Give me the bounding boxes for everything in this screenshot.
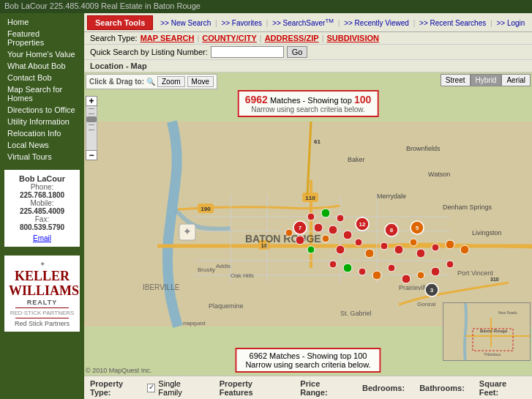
svg-rect-0 [84,122,532,327]
contact-name: Bob LaCour [9,174,75,183]
svg-text:Brownfields: Brownfields [406,145,441,152]
zoom-in-button[interactable]: + [86,96,97,106]
kw-tagline: Red Stick Partners [9,320,75,327]
hybrid-view-button[interactable]: Hybrid [471,74,502,86]
quick-search-label: Quick Search by Listing Number: [90,48,208,56]
tab-subdivision[interactable]: SUBDIVISION [327,34,380,42]
minimap-inner: Baton Rouge New Roads Thibodaux [443,303,530,360]
svg-text:IBERVILLE: IBERVILLE [143,283,180,291]
svg-point-51 [410,239,417,246]
contact-fax-label: Fax: [9,215,75,223]
property-features-label: Property Features [220,379,286,397]
search-type-label: Search Type: [90,34,138,42]
toolbar: Search Tools >> New Search | >> Favorite… [84,13,532,32]
svg-text:Denham Springs: Denham Springs [443,204,492,211]
go-button[interactable]: Go [287,46,308,58]
map-container[interactable]: 190 110 10 61 310 [84,72,532,376]
zoom-slider [86,106,97,150]
listing-number-input[interactable] [211,46,284,58]
contact-email-link[interactable]: Email [33,234,51,242]
svg-text:Gonzal: Gonzal [417,301,436,307]
svg-point-63 [446,261,454,268]
narrow-label-bottom: Narrow using search criteria below. [245,360,370,369]
contact-fax: 800.539.5790 [9,223,75,231]
contact-mobile: 225.485.4009 [9,207,75,215]
svg-point-57 [359,268,366,275]
narrow-label-top: Narrow using search criteria below. [245,105,372,113]
sidebar-item-about-bob[interactable]: What About Bob [0,60,84,72]
sidebar-item-utility[interactable]: Utility Information [0,116,84,127]
svg-text:310: 310 [490,277,499,282]
match-count-bottom: 6962 [250,351,267,360]
matches-label-bottom: Matches - Showing top [269,351,351,360]
sidebar-item-local-news[interactable]: Local News [0,139,84,151]
svg-text:Oak Hills: Oak Hills [231,272,254,279]
map-toolbar: Click & Drag to: 🔍 Zoom Move [86,74,217,89]
quick-search-bar: Quick Search by Listing Number: Go [84,45,532,60]
search-type-bar: Search Type: MAP SEARCH | COUNTY/CITY | … [84,32,532,45]
map-view-buttons: Street Hybrid Aerial [441,74,531,86]
sidebar-item-contact-bob[interactable]: Contact Bob [0,72,84,83]
svg-point-67 [337,215,344,222]
favorites-link[interactable]: >> Favorites [221,19,262,27]
svg-text:St. Gabriel: St. Gabriel [340,310,372,317]
login-link[interactable]: >> Login [496,19,525,27]
title-bar: Bob LaCour 225.485.4009 Real Estate in B… [0,0,532,13]
svg-point-59 [388,264,395,272]
move-button[interactable]: Move [187,76,214,87]
svg-text:Baton Rouge: Baton Rouge [480,329,508,333]
new-search-link[interactable]: >> New Search [160,19,211,27]
location-header: Location - Map [84,60,532,72]
svg-point-53 [432,244,439,251]
svg-point-41 [322,235,329,242]
property-type-section: Property Type: Single Family [90,379,205,397]
search-tools-button[interactable]: Search Tools [87,15,153,30]
bathrooms-section: Bathrooms: [419,384,465,392]
svg-point-54 [446,240,454,249]
match-top-num: 100 [354,94,371,105]
svg-text:mapquest: mapquest [183,321,206,327]
svg-text:Addis: Addis [216,263,231,269]
svg-point-44 [296,236,304,245]
svg-point-46 [336,245,345,254]
svg-point-40 [329,225,337,234]
aerial-view-button[interactable]: Aerial [501,74,531,86]
svg-point-62 [431,267,440,276]
sidebar-item-home[interactable]: Home [0,16,84,28]
svg-point-50 [394,245,403,254]
matches-label-top: Matches - Showing top [270,96,352,105]
sidebar-item-featured[interactable]: Featured Properties [0,28,84,48]
recent-searches-link[interactable]: >> Recent Searches [419,19,486,27]
svg-text:Livingston: Livingston [472,229,502,236]
sidebar-item-virtual-tours[interactable]: Virtual Tours [0,151,84,163]
sidebar-item-relocation[interactable]: Relocation Info [0,127,84,139]
svg-point-45 [307,246,315,253]
tab-address-zip[interactable]: ADDRESS/ZIP [265,34,319,42]
recently-viewed-link[interactable]: >> Recently Viewed [344,19,409,27]
svg-point-39 [314,223,323,232]
zoom-button[interactable]: Zoom [157,76,185,87]
street-view-button[interactable]: Street [441,74,471,86]
search-saver-link[interactable]: >> SearchSaverTM [272,19,334,27]
sidebar-item-map-search[interactable]: Map Search for Homes [0,83,84,104]
svg-text:✦: ✦ [183,225,192,237]
sidebar-item-directions[interactable]: Directions to Office [0,104,84,116]
drag-label: Click & Drag to: [89,78,144,86]
nav-section: Home Featured Properties Your Home's Val… [0,13,84,165]
tab-county-city[interactable]: COUNTY/CITY [202,34,257,42]
single-family-checkbox[interactable] [147,384,156,392]
tab-map-search[interactable]: MAP SEARCH [141,34,195,42]
svg-text:8: 8 [390,227,394,234]
price-range-section: Price Range: [300,379,348,397]
svg-text:Plaquemine: Plaquemine [209,302,244,310]
toolbar-links: >> New Search | >> Favorites | >> Search… [159,18,526,27]
zoom-handle[interactable] [86,116,97,122]
svg-point-56 [343,264,352,272]
match-bottom-num: 100 [353,351,367,360]
minimap: Baton Rouge New Roads Thibodaux [443,302,531,361]
svg-text:Bruslly: Bruslly [198,266,215,273]
bathrooms-label: Bathrooms: [419,384,465,392]
sidebar-item-home-value[interactable]: Your Home's Value [0,48,84,60]
svg-text:12: 12 [359,221,366,228]
zoom-out-button[interactable]: − [86,150,97,160]
